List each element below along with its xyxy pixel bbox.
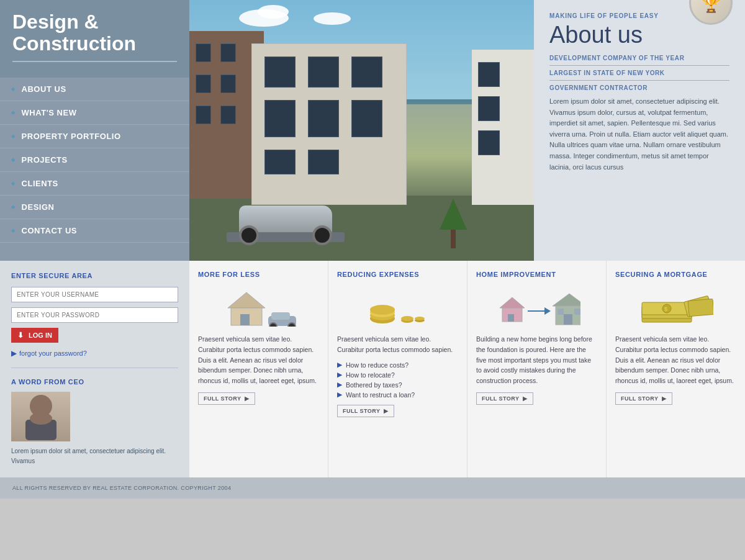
coins-svg bbox=[361, 286, 435, 327]
nav-item-label: DESIGN bbox=[22, 202, 55, 212]
cloud3 bbox=[314, 12, 351, 25]
house-car-svg bbox=[219, 286, 299, 327]
tree bbox=[441, 199, 466, 248]
svg-text:$: $ bbox=[664, 306, 667, 312]
login-button[interactable]: ⬇ LOG IN bbox=[11, 328, 58, 343]
svg-marker-18 bbox=[500, 297, 525, 308]
money-svg: $ bbox=[639, 286, 713, 327]
hero-image bbox=[189, 0, 534, 261]
panel-icon-1 bbox=[337, 284, 458, 328]
panel-home-improvement: HOME IMPROVEMENT bbox=[467, 261, 607, 477]
trophy-icon: 🏆 bbox=[689, 0, 733, 25]
footer-text: ALL RIGHTS RESERVED BY REAL ESTATE CORPO… bbox=[12, 485, 231, 491]
main-building bbox=[251, 43, 407, 205]
house-arrow-svg bbox=[494, 286, 580, 327]
nav-menu: ◆ABOUT US◆WHAT'S NEW◆PROPERTY PORTFOLIO◆… bbox=[0, 78, 189, 261]
main-area: ENTER SECURE AREA ⬇ LOG IN ▶ forgot your… bbox=[0, 261, 745, 477]
panel-links-1: ▶How to reduce costs?▶How to relocate?▶B… bbox=[337, 361, 458, 399]
nav-bullet-icon: ◆ bbox=[11, 204, 16, 210]
panel-body-3: Praesent vehicula sem vitae leo. Curabit… bbox=[615, 334, 736, 386]
ceo-face-svg bbox=[13, 394, 69, 440]
link-text: Want to restruct a loan? bbox=[346, 391, 415, 399]
car bbox=[227, 199, 345, 242]
link-item[interactable]: ▶How to reduce costs? bbox=[337, 361, 458, 369]
svg-rect-34 bbox=[688, 299, 713, 316]
story-arrow-icon-1: ▶ bbox=[384, 408, 388, 414]
link-item[interactable]: ▶Want to restruct a loan? bbox=[337, 391, 458, 399]
nav-item-label: CLIENTS bbox=[22, 179, 58, 188]
sidebar-item-about_us[interactable]: ◆ABOUT US bbox=[0, 78, 189, 101]
story-arrow-icon-0: ▶ bbox=[245, 395, 249, 402]
sidebar-item-contact_us[interactable]: ◆CONTACT US bbox=[0, 219, 189, 243]
logo-underline bbox=[12, 61, 177, 62]
full-story-btn-1[interactable]: FULL STORY ▶ bbox=[337, 405, 394, 417]
sidebar-item-clients[interactable]: ◆CLIENTS bbox=[0, 172, 189, 196]
nav-bullet-icon: ◆ bbox=[11, 133, 16, 139]
svg-point-15 bbox=[401, 316, 413, 321]
nav-item-label: PROJECTS bbox=[22, 155, 68, 165]
panel-body-1: Praesent vehicula sem vitae leo. Curabit… bbox=[337, 334, 458, 355]
top-section: Design & Construction ◆ABOUT US◆WHAT'S N… bbox=[0, 0, 745, 261]
panel-more-for-less: MORE FOR LESS Praesent vehicula sem bbox=[189, 261, 328, 477]
footer: ALL RIGHTS RESERVED BY REAL ESTATE CORPO… bbox=[0, 477, 745, 499]
login-icon: ⬇ bbox=[17, 331, 24, 340]
svg-marker-23 bbox=[553, 294, 580, 306]
secure-area-title: ENTER SECURE AREA bbox=[11, 272, 178, 279]
link-item[interactable]: ▶How to relocate? bbox=[337, 371, 458, 379]
link-arrow-icon: ▶ bbox=[337, 361, 342, 368]
nav-bullet-icon: ◆ bbox=[11, 157, 16, 163]
nav-bullet-icon: ◆ bbox=[11, 181, 16, 186]
sidebar-item-design[interactable]: ◆DESIGN bbox=[0, 196, 189, 219]
panel-reducing-expenses: REDUCING EXPENSES Prae bbox=[328, 261, 467, 477]
panel-icon-3: $ bbox=[615, 284, 736, 328]
link-arrow-icon: ▶ bbox=[337, 371, 342, 378]
nav-item-label: WHAT'S NEW bbox=[22, 108, 77, 117]
svg-rect-25 bbox=[564, 314, 572, 325]
forgot-password-link[interactable]: ▶ forgot your password? bbox=[11, 349, 178, 358]
username-input[interactable] bbox=[11, 287, 178, 302]
trophy-area: 🏆 bbox=[689, 0, 733, 25]
story-arrow-icon-3: ▶ bbox=[662, 395, 666, 402]
story-arrow-icon-2: ▶ bbox=[523, 395, 527, 402]
full-story-btn-0[interactable]: FULL STORY ▶ bbox=[198, 392, 255, 405]
ceo-photo bbox=[11, 392, 70, 441]
ceo-text: Lorem ipsum dolor sit amet, consectetuer… bbox=[11, 446, 178, 466]
highlight2: LARGEST IN STATE OF NEW YORK bbox=[549, 70, 729, 76]
panel-securing-mortgage: SECURING A MORTGAGE $ Praesent vehic bbox=[607, 261, 745, 477]
svg-rect-20 bbox=[508, 314, 514, 322]
hero-building bbox=[189, 0, 534, 261]
svg-point-13 bbox=[370, 305, 395, 315]
nav-item-label: ABOUT US bbox=[22, 84, 66, 94]
panel-icon-2 bbox=[476, 284, 597, 328]
sidebar-item-what's_new[interactable]: ◆WHAT'S NEW bbox=[0, 101, 189, 125]
divider2 bbox=[549, 80, 729, 81]
left-panel: ENTER SECURE AREA ⬇ LOG IN ▶ forgot your… bbox=[0, 261, 189, 477]
sidebar: Design & Construction ◆ABOUT US◆WHAT'S N… bbox=[0, 0, 189, 261]
nav-bullet-icon: ◆ bbox=[11, 110, 16, 115]
svg-marker-3 bbox=[228, 292, 265, 308]
panel-icon-0 bbox=[198, 284, 319, 328]
full-story-btn-2[interactable]: FULL STORY ▶ bbox=[476, 392, 533, 405]
link-text: How to reduce costs? bbox=[346, 361, 409, 369]
sidebar-item-property_portfolio[interactable]: ◆PROPERTY PORTFOLIO bbox=[0, 125, 189, 148]
svg-rect-26 bbox=[558, 309, 564, 315]
divider1 bbox=[549, 65, 729, 66]
svg-rect-5 bbox=[240, 314, 250, 325]
nav-item-label: PROPERTY PORTFOLIO bbox=[22, 132, 121, 141]
about-body: Lorem ipsum dolor sit amet, consectetuer… bbox=[549, 96, 729, 173]
link-item[interactable]: ▶Bothered by taxes? bbox=[337, 381, 458, 389]
ceo-title: A WORD FROM CEO bbox=[11, 378, 178, 386]
nav-item-label: CONTACT US bbox=[22, 226, 77, 235]
password-input[interactable] bbox=[11, 307, 178, 323]
panel-title-1: REDUCING EXPENSES bbox=[337, 271, 458, 278]
highlight1: DEVELOPMENT COMPANY OF THE YEAR bbox=[549, 55, 729, 61]
svg-point-8 bbox=[269, 323, 277, 327]
about-panel: 🏆 MAKING LIFE OF PEOPLE EASY About us DE… bbox=[534, 0, 745, 261]
sidebar-item-projects[interactable]: ◆PROJECTS bbox=[0, 148, 189, 172]
panel-title-0: MORE FOR LESS bbox=[198, 271, 319, 278]
svg-rect-7 bbox=[271, 312, 290, 320]
page-wrapper: Design & Construction ◆ABOUT US◆WHAT'S N… bbox=[0, 0, 745, 499]
panel-title-3: SECURING A MORTGAGE bbox=[615, 271, 736, 278]
nav-bullet-icon: ◆ bbox=[11, 228, 16, 233]
full-story-btn-3[interactable]: FULL STORY ▶ bbox=[615, 392, 672, 405]
